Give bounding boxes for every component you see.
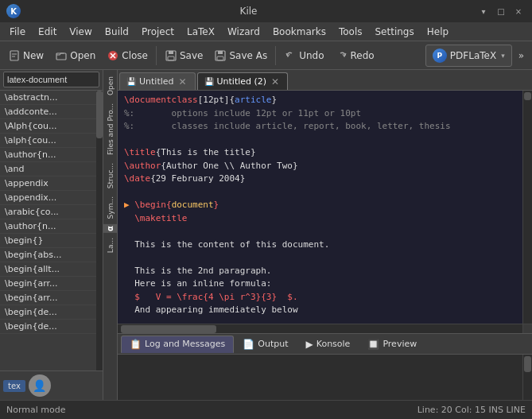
- menu-tools[interactable]: Tools: [332, 22, 369, 41]
- new-label: New: [23, 50, 44, 61]
- close-button[interactable]: Close: [102, 45, 153, 67]
- code-line-12: This is the content of this document.: [124, 239, 516, 252]
- tex-badge[interactable]: tex: [3, 380, 25, 392]
- list-item[interactable]: \appendix...: [0, 191, 96, 205]
- new-button[interactable]: New: [3, 45, 49, 67]
- log-messages-tab[interactable]: 📋 Log and Messages: [121, 336, 234, 353]
- scroll-corner: [522, 324, 532, 334]
- undo-button[interactable]: Undo: [279, 45, 328, 67]
- pdflatex-button[interactable]: P PDFLaTeX ▾: [425, 45, 512, 67]
- menu-help[interactable]: Help: [421, 22, 455, 41]
- svg-rect-0: [10, 51, 18, 60]
- la-tab[interactable]: La...: [105, 235, 116, 256]
- list-item[interactable]: \begin{arr...: [0, 291, 96, 305]
- sym-tab[interactable]: Sym...: [105, 193, 116, 222]
- search-input[interactable]: [3, 72, 99, 87]
- bottom-tabs: 📋 Log and Messages 📄 Output ▶ Konsole 🔲 …: [118, 334, 532, 355]
- output-tab[interactable]: 📄 Output: [234, 336, 297, 353]
- save-icon: [165, 49, 177, 62]
- pdflatex-icon: P: [433, 48, 447, 63]
- toolbar-sep-2: [275, 46, 276, 65]
- tab-bar: 💾 Untitled ✕ 💾 Untitled (2) ✕: [118, 70, 532, 91]
- save-button[interactable]: Save: [160, 45, 208, 67]
- code-content[interactable]: \documentclass[12pt]{article} %: options…: [118, 91, 522, 324]
- horizontal-scrollbar[interactable]: [118, 324, 532, 333]
- code-line-7: \date{29 February 2004}: [124, 173, 516, 186]
- close-button[interactable]: ×: [511, 4, 526, 18]
- close-icon: [107, 49, 119, 62]
- list-item[interactable]: \begin{abs...: [0, 248, 96, 262]
- open-panel-tab[interactable]: Open: [105, 73, 116, 99]
- code-line-16: $ V = \frac{4 \pi r^3}{3} $.: [124, 291, 516, 305]
- window-controls: ▾ □ ×: [476, 4, 526, 18]
- list-item[interactable]: \begin{arr...: [0, 277, 96, 291]
- scroll-thumb: [524, 92, 531, 100]
- list-item[interactable]: \alph{cou...: [0, 134, 96, 148]
- open-button[interactable]: Open: [50, 45, 100, 67]
- pdflatex-dropdown-arrow[interactable]: ▾: [501, 52, 505, 60]
- tab-2-close[interactable]: ✕: [270, 76, 281, 87]
- code-line-6: \author{Author One \\ Author Two}: [124, 160, 516, 173]
- alpha-symbol[interactable]: α: [103, 224, 117, 233]
- app-icon: K: [6, 4, 21, 18]
- save-label: Save: [180, 50, 203, 61]
- left-sidebar-footer: tex 👤: [0, 371, 103, 400]
- list-item[interactable]: \abstractn...: [0, 91, 96, 105]
- svg-rect-3: [56, 53, 66, 60]
- menu-latex[interactable]: LaTeX: [181, 22, 221, 41]
- code-line-11: [124, 225, 516, 239]
- list-item[interactable]: \author{n...: [0, 219, 96, 234]
- title-bar: K Kile ▾ □ ×: [0, 0, 532, 22]
- list-item[interactable]: \begin{}: [0, 234, 96, 248]
- list-item[interactable]: \addconte...: [0, 105, 96, 119]
- bottom-scrollbar[interactable]: [522, 355, 532, 400]
- redo-label: Redo: [351, 50, 375, 61]
- menu-view[interactable]: View: [63, 22, 98, 41]
- menu-wizard[interactable]: Wizard: [221, 22, 266, 41]
- tab-untitled-2[interactable]: 💾 Untitled (2) ✕: [197, 72, 289, 90]
- save-as-button[interactable]: Save As: [209, 45, 272, 67]
- menu-file[interactable]: File: [3, 22, 32, 41]
- status-position: Line: 20 Col: 15 INS LINE: [417, 405, 526, 415]
- tab-1-icon: 💾: [126, 77, 136, 86]
- menu-build[interactable]: Build: [99, 22, 135, 41]
- menu-settings[interactable]: Settings: [369, 22, 421, 41]
- more-icon: »: [518, 50, 524, 61]
- konsole-icon: ▶: [306, 339, 313, 350]
- preview-tab[interactable]: 🔲 Preview: [359, 336, 425, 353]
- log-messages-label: Log and Messages: [145, 339, 225, 349]
- bottom-scroll-thumb: [524, 356, 531, 372]
- list-scrollbar[interactable]: [96, 91, 103, 371]
- redo-button[interactable]: Redo: [331, 45, 379, 67]
- struct-tab[interactable]: Struc...: [105, 160, 116, 192]
- minimize-button[interactable]: ▾: [476, 4, 491, 18]
- bottom-content: [118, 355, 532, 400]
- editor-scrollbar[interactable]: [522, 91, 532, 324]
- tab-untitled-1[interactable]: 💾 Untitled ✕: [119, 72, 196, 90]
- list-item[interactable]: \author{n...: [0, 148, 96, 162]
- list-item[interactable]: \appendix: [0, 177, 96, 191]
- list-item[interactable]: \begin{de...: [0, 320, 96, 334]
- files-proj-tab[interactable]: Files and Pro...: [105, 103, 116, 158]
- preview-icon: 🔲: [367, 339, 379, 350]
- konsole-tab[interactable]: ▶ Konsole: [297, 336, 359, 353]
- menu-project[interactable]: Project: [135, 22, 181, 41]
- scrollbar-thumb: [96, 91, 103, 138]
- more-button[interactable]: »: [514, 45, 529, 67]
- status-mode: Normal mode: [6, 405, 66, 415]
- menu-edit[interactable]: Edit: [32, 22, 63, 41]
- list-item[interactable]: \and: [0, 162, 96, 177]
- menu-bookmarks[interactable]: Bookmarks: [266, 22, 332, 41]
- window-title: Kile: [21, 6, 476, 17]
- list-item[interactable]: \arabic{co...: [0, 205, 96, 219]
- tab-2-label: Untitled (2): [217, 76, 267, 87]
- list-item[interactable]: \Alph{cou...: [0, 119, 96, 134]
- code-line-14: This is the 2nd paragraph.: [124, 265, 516, 278]
- list-item[interactable]: \begin{de...: [0, 305, 96, 320]
- undo-icon: [284, 49, 297, 62]
- maximize-button[interactable]: □: [494, 4, 508, 18]
- list-item[interactable]: \begin{allt...: [0, 262, 96, 277]
- code-editor[interactable]: \documentclass[12pt]{article} %: options…: [118, 91, 532, 333]
- tab-1-close[interactable]: ✕: [177, 76, 188, 87]
- menu-bar: File Edit View Build Project LaTeX Wizar…: [0, 22, 532, 41]
